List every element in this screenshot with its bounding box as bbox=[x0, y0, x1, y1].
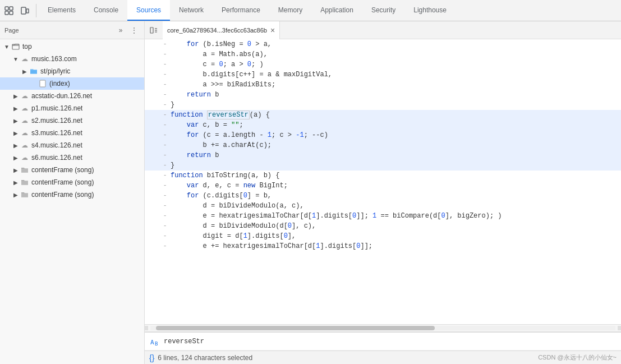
code-panel: core_60a2789634...3fec6cc63ac86b × - for… bbox=[145, 21, 621, 364]
tree-item-acstatic[interactable]: ▶ ☁ acstatic-dun.126.net bbox=[0, 90, 144, 102]
code-line: - d = biDivideModulo(a, c), bbox=[145, 201, 621, 211]
line-minus: - bbox=[162, 59, 168, 70]
arrow-cf3: ▶ bbox=[11, 190, 20, 199]
line-number bbox=[145, 221, 162, 231]
sidebar-menu-button[interactable]: ⋮ bbox=[128, 25, 140, 36]
horizontal-scrollbar[interactable] bbox=[145, 324, 621, 332]
scrollbar-thumb[interactable] bbox=[156, 326, 435, 330]
line-content: for (c.digits[0] = b, bbox=[168, 191, 621, 201]
devtools-toolbar: Elements Console Sources Network Perform… bbox=[0, 0, 621, 21]
main-tabs: Elements Console Sources Network Perform… bbox=[39, 0, 456, 21]
code-line: - e += hexatrigesimalToChar[d[1].digits[… bbox=[145, 241, 621, 251]
line-content: var c, b = ""; bbox=[168, 120, 621, 130]
line-content: return b bbox=[168, 90, 621, 100]
cloud-icon-music163: ☁ bbox=[20, 54, 29, 63]
cloud-icon-p1music: ☁ bbox=[20, 104, 29, 113]
line-minus: - bbox=[162, 171, 168, 181]
file-tab-close-button[interactable]: × bbox=[270, 26, 275, 35]
arrow-acstatic: ▶ bbox=[11, 91, 20, 100]
cloud-icon-s4music: ☁ bbox=[20, 141, 29, 150]
tab-console[interactable]: Console bbox=[85, 0, 127, 21]
tree-item-label-music163: music.163.com bbox=[31, 55, 77, 63]
line-number bbox=[145, 181, 162, 191]
line-minus: - bbox=[162, 160, 168, 171]
search-bar: A B reverseStr bbox=[145, 333, 621, 351]
line-number bbox=[145, 120, 162, 130]
search-value: reverseStr bbox=[164, 338, 204, 345]
tree-item-s4music[interactable]: ▶ ☁ s4.music.126.net bbox=[0, 139, 144, 151]
line-content: var d, e, c = new BigInt; bbox=[168, 181, 621, 191]
more-tabs-button[interactable]: » bbox=[115, 25, 126, 36]
tab-application[interactable]: Application bbox=[311, 0, 362, 21]
line-content: function reverseStr(a) { bbox=[168, 110, 621, 120]
tree-item-label-acstatic: acstatic-dun.126.net bbox=[31, 92, 92, 100]
page-label: Page bbox=[4, 27, 115, 34]
line-number bbox=[145, 80, 162, 90]
code-line: - digit = d[1].digits[0], bbox=[145, 231, 621, 241]
code-line: - d = biDivideModulo(d[0], c), bbox=[145, 221, 621, 231]
tree-item-label-s6music: s6.music.126.net bbox=[31, 154, 82, 162]
tree-item-label-cf1: contentFrame (song) bbox=[31, 166, 94, 174]
tab-performance[interactable]: Performance bbox=[213, 0, 269, 21]
tab-elements[interactable]: Elements bbox=[39, 0, 85, 21]
tree-item-top[interactable]: ▼ top bbox=[0, 40, 144, 53]
code-line-highlighted: - var c, b = ""; bbox=[145, 120, 621, 130]
line-content: d = biDivideModulo(d[0], c), bbox=[168, 221, 621, 231]
status-left: {} 6 lines, 124 characters selected bbox=[149, 353, 252, 362]
svg-rect-5 bbox=[26, 9, 29, 13]
bottom-section: A B reverseStr {} 6 lines, 124 character… bbox=[145, 332, 621, 364]
sidebar-header-icons: » ⋮ bbox=[115, 25, 140, 36]
line-number bbox=[145, 59, 162, 70]
arrow-top: ▼ bbox=[2, 42, 11, 51]
format-icon: A B bbox=[149, 336, 160, 347]
tab-lighthouse[interactable]: Lighthouse bbox=[404, 0, 456, 21]
tab-security[interactable]: Security bbox=[362, 0, 404, 21]
line-minus: - bbox=[162, 211, 168, 221]
tree-item-music163[interactable]: ▼ ☁ music.163.com bbox=[0, 53, 144, 65]
line-content: a = Math.abs(a), bbox=[168, 49, 621, 59]
device-toggle-icon[interactable] bbox=[18, 4, 31, 17]
code-lines: - for (b.isNeg = 0 > a, - a = Math.abs(a… bbox=[145, 39, 621, 251]
folder-icon-cf1 bbox=[20, 165, 29, 174]
line-content: a >>= biRadixBits; bbox=[168, 80, 621, 90]
tree-item-index[interactable]: (index) bbox=[0, 77, 144, 90]
code-line: - e = hexatrigesimalToChar[d[1].digits[0… bbox=[145, 211, 621, 221]
line-number bbox=[145, 110, 162, 120]
svg-rect-4 bbox=[21, 7, 26, 14]
arrow-cf1: ▶ bbox=[11, 165, 20, 174]
line-content: for (b.isNeg = 0 > a, bbox=[168, 39, 621, 49]
status-text: 6 lines, 124 characters selected bbox=[158, 354, 252, 362]
tab-sources[interactable]: Sources bbox=[127, 0, 170, 21]
line-number bbox=[145, 241, 162, 251]
tree-item-p1music[interactable]: ▶ ☁ p1.music.126.net bbox=[0, 102, 144, 114]
tab-network[interactable]: Network bbox=[170, 0, 213, 21]
pretty-print-icon: {} bbox=[149, 353, 154, 362]
arrow-index bbox=[29, 79, 38, 88]
cloud-icon-s2music: ☁ bbox=[20, 116, 29, 125]
inspect-icon[interactable] bbox=[2, 4, 16, 17]
tree-item-s3music[interactable]: ▶ ☁ s3.music.126.net bbox=[0, 127, 144, 139]
line-minus: - bbox=[162, 70, 168, 80]
tree-item-s6music[interactable]: ▶ ☁ s6.music.126.net bbox=[0, 151, 144, 164]
tab-memory[interactable]: Memory bbox=[269, 0, 311, 21]
svg-rect-1 bbox=[10, 7, 13, 10]
code-line: - c = 0; a > 0; ) bbox=[145, 59, 621, 70]
tree-item-cf3[interactable]: ▶ contentFrame (song) bbox=[0, 188, 144, 201]
scrollbar-track[interactable] bbox=[150, 326, 615, 330]
arrow-music163: ▼ bbox=[11, 54, 20, 63]
tree-item-s2music[interactable]: ▶ ☁ s2.music.126.net bbox=[0, 114, 144, 127]
tree-item-stpip[interactable]: ▶ st/pip/lyric bbox=[0, 65, 144, 77]
line-minus: - bbox=[162, 80, 168, 90]
line-number bbox=[145, 130, 162, 140]
collapse-sidebar-button[interactable] bbox=[147, 24, 160, 37]
code-line-highlighted: - return b bbox=[145, 150, 621, 160]
line-minus: - bbox=[162, 201, 168, 211]
line-content: b += a.charAt(c); bbox=[168, 140, 621, 150]
file-tab-core[interactable]: core_60a2789634...3fec6cc63ac86b × bbox=[163, 21, 280, 39]
code-editor[interactable]: - for (b.isNeg = 0 > a, - a = Math.abs(a… bbox=[145, 39, 621, 324]
tree-item-cf1[interactable]: ▶ contentFrame (song) bbox=[0, 164, 144, 176]
line-minus: - bbox=[162, 150, 168, 160]
code-line: - for (b.isNeg = 0 > a, bbox=[145, 39, 621, 49]
tree-item-cf2[interactable]: ▶ contentFrame (song) bbox=[0, 176, 144, 188]
tree-item-label-index: (index) bbox=[49, 80, 70, 87]
